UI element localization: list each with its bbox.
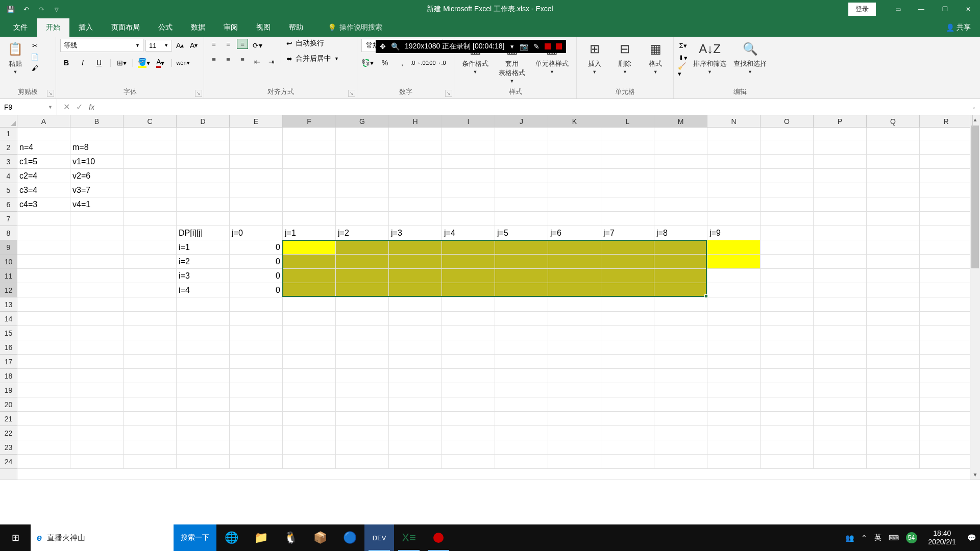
cell-B6[interactable]: v4=1: [70, 197, 124, 212]
cell-H7[interactable]: [389, 212, 442, 226]
sort-filter-button[interactable]: A↓Z排序和筛选▼: [691, 39, 728, 76]
decrease-indent-icon[interactable]: ⇤: [251, 56, 263, 67]
cell-P6[interactable]: [814, 197, 867, 212]
cell-E16[interactable]: [230, 340, 283, 355]
increase-indent-icon[interactable]: ⇥: [265, 56, 278, 67]
keyboard-icon[interactable]: ⌨: [889, 534, 899, 542]
cell-O18[interactable]: [761, 369, 814, 383]
cell-J12[interactable]: [495, 283, 548, 297]
tab-help[interactable]: 帮助: [280, 18, 312, 37]
cell-Q7[interactable]: [867, 212, 920, 226]
cell-O14[interactable]: [761, 312, 814, 326]
cell-O8[interactable]: [761, 226, 814, 240]
cell-R4[interactable]: [920, 169, 973, 183]
cell-K3[interactable]: [548, 155, 601, 169]
cell-A1[interactable]: [17, 128, 70, 140]
cell-N14[interactable]: [707, 312, 761, 326]
col-header-G[interactable]: G: [336, 115, 389, 127]
cell-H16[interactable]: [389, 340, 442, 355]
taskbar-chrome-icon[interactable]: 🔵: [335, 524, 364, 551]
cell-J19[interactable]: [495, 383, 548, 397]
cell-R11[interactable]: [920, 269, 973, 283]
wrap-text-button[interactable]: ↩自动换行: [286, 39, 339, 48]
row-header-16[interactable]: 16: [0, 340, 17, 355]
cell-I8[interactable]: j=4: [442, 226, 495, 240]
cell-B21[interactable]: [70, 412, 124, 426]
cell-C13[interactable]: [124, 297, 177, 312]
col-header-F[interactable]: F: [283, 115, 336, 127]
cell-H5[interactable]: [389, 183, 442, 197]
cell-K6[interactable]: [548, 197, 601, 212]
cell-N10[interactable]: [707, 255, 761, 269]
cell-L15[interactable]: [601, 326, 654, 340]
cell-F12[interactable]: [283, 283, 336, 297]
percent-button[interactable]: %: [379, 57, 391, 68]
cell-P18[interactable]: [814, 369, 867, 383]
alignment-dialog-launcher[interactable]: ↘: [348, 90, 355, 97]
cell-K10[interactable]: [548, 255, 601, 269]
cell-H6[interactable]: [389, 197, 442, 212]
cell-D12[interactable]: i=4: [177, 283, 230, 297]
cell-G10[interactable]: [336, 255, 389, 269]
cell-I17[interactable]: [442, 355, 495, 369]
move-icon[interactable]: ✥: [380, 42, 386, 51]
cell-N5[interactable]: [707, 183, 761, 197]
cell-L19[interactable]: [601, 383, 654, 397]
cell-D11[interactable]: i=3: [177, 269, 230, 283]
cell-Q20[interactable]: [867, 397, 920, 412]
cell-E6[interactable]: [230, 197, 283, 212]
cell-F22[interactable]: [283, 426, 336, 440]
cell-O11[interactable]: [761, 269, 814, 283]
cell-E10[interactable]: 0: [230, 255, 283, 269]
col-header-C[interactable]: C: [124, 115, 177, 127]
cell-E12[interactable]: 0: [230, 283, 283, 297]
cell-A17[interactable]: [17, 355, 70, 369]
cell-E3[interactable]: [230, 155, 283, 169]
cell-R3[interactable]: [920, 155, 973, 169]
redo-icon[interactable]: ↷: [37, 5, 46, 14]
cell-L10[interactable]: [601, 255, 654, 269]
cut-icon[interactable]: ✂: [30, 41, 40, 50]
cell-Q12[interactable]: [867, 283, 920, 297]
cell-J5[interactable]: [495, 183, 548, 197]
cell-N2[interactable]: [707, 140, 761, 155]
cell-D20[interactable]: [177, 397, 230, 412]
cell-L3[interactable]: [601, 155, 654, 169]
cell-L21[interactable]: [601, 412, 654, 426]
cell-I6[interactable]: [442, 197, 495, 212]
cell-A12[interactable]: [17, 283, 70, 297]
cell-H2[interactable]: [389, 140, 442, 155]
cells-grid[interactable]: n=4m=8c1=5v1=10c2=4v2=6c3=4v3=7c4=3v4=1D…: [17, 128, 970, 480]
orientation-button[interactable]: ⟳▾: [251, 40, 263, 51]
cell-M5[interactable]: [654, 183, 707, 197]
cell-H24[interactable]: [389, 455, 442, 469]
accounting-format-button[interactable]: 💱▾: [361, 57, 374, 68]
col-header-H[interactable]: H: [389, 115, 442, 127]
cell-B5[interactable]: v3=7: [70, 183, 124, 197]
cell-L24[interactable]: [601, 455, 654, 469]
cell-L13[interactable]: [601, 297, 654, 312]
comma-button[interactable]: ,: [396, 57, 408, 68]
cell-C16[interactable]: [124, 340, 177, 355]
cell-O15[interactable]: [761, 326, 814, 340]
cell-Q14[interactable]: [867, 312, 920, 326]
cell-J20[interactable]: [495, 397, 548, 412]
cell-G2[interactable]: [336, 140, 389, 155]
cell-I1[interactable]: [442, 128, 495, 140]
cell-J6[interactable]: [495, 197, 548, 212]
cell-N17[interactable]: [707, 355, 761, 369]
cell-A24[interactable]: [17, 455, 70, 469]
cell-E20[interactable]: [230, 397, 283, 412]
formula-input[interactable]: [101, 99, 968, 115]
cell-K16[interactable]: [548, 340, 601, 355]
row-header-4[interactable]: 4: [0, 169, 17, 183]
cell-E5[interactable]: [230, 183, 283, 197]
cell-Q10[interactable]: [867, 255, 920, 269]
cell-M17[interactable]: [654, 355, 707, 369]
row-header-21[interactable]: 21: [0, 412, 17, 426]
col-header-K[interactable]: K: [548, 115, 601, 127]
cell-J21[interactable]: [495, 412, 548, 426]
decrease-decimal-icon[interactable]: .00→.0: [431, 57, 443, 68]
cell-M24[interactable]: [654, 455, 707, 469]
close-icon[interactable]: ✕: [957, 0, 980, 18]
